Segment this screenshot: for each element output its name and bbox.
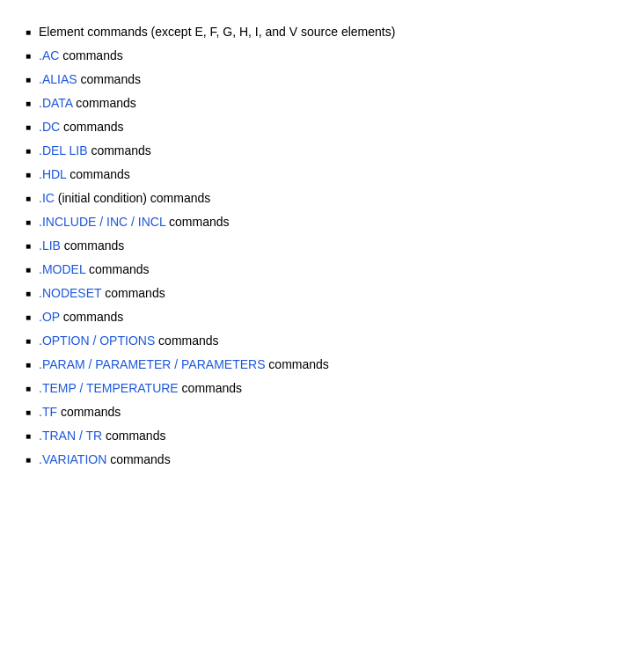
command-suffix: commands xyxy=(77,72,141,86)
bullet-icon: ■ xyxy=(18,332,39,348)
bullet-icon: ■ xyxy=(18,427,39,443)
bullet-icon: ■ xyxy=(18,165,39,181)
command-link[interactable]: .DC xyxy=(39,120,60,134)
bullet-icon: ■ xyxy=(18,260,39,276)
item-text: .OPTION / OPTIONS commands xyxy=(39,332,626,350)
bullet-icon: ■ xyxy=(18,94,39,110)
bullet-icon: ■ xyxy=(18,142,39,158)
item-text: .AC commands xyxy=(39,47,626,65)
command-suffix: commands xyxy=(88,143,151,158)
bullet-icon: ■ xyxy=(18,284,39,300)
list-item: ■.LIB commands xyxy=(18,237,626,255)
command-suffix: commands xyxy=(179,381,242,395)
bullet-icon: ■ xyxy=(18,213,39,229)
list-item: ■.HDL commands xyxy=(18,165,626,184)
item-text: .ALIAS commands xyxy=(39,70,626,89)
command-link[interactable]: .MODEL xyxy=(39,262,85,276)
command-suffix: commands xyxy=(106,452,170,466)
command-suffix: commands xyxy=(72,96,135,110)
item-text: Element commands (except E, F, G, H, I, … xyxy=(39,23,626,41)
command-link[interactable]: .LIB xyxy=(39,238,61,253)
item-text: .MODEL commands xyxy=(39,260,626,279)
list-item: ■.PARAM / PARAMETER / PARAMETERS command… xyxy=(18,355,626,374)
command-suffix: commands xyxy=(85,262,149,276)
item-text: .VARIATION commands xyxy=(39,451,626,469)
command-link[interactable]: .TRAN / TR xyxy=(39,429,102,443)
command-link[interactable]: .TEMP / TEMPERATURE xyxy=(39,381,179,395)
command-text: Element commands (except E, F, G, H, I, … xyxy=(39,25,395,39)
command-link[interactable]: .PARAM / PARAMETER / PARAMETERS xyxy=(39,357,265,371)
command-suffix: commands xyxy=(66,167,129,181)
command-suffix: commands xyxy=(61,238,124,253)
item-text: .TRAN / TR commands xyxy=(39,427,626,445)
command-suffix: (initial condition) commands xyxy=(55,191,210,205)
command-suffix: commands xyxy=(155,333,218,348)
command-suffix: commands xyxy=(59,48,122,62)
command-suffix: commands xyxy=(60,120,123,134)
list-item: ■.TEMP / TEMPERATURE commands xyxy=(18,379,626,398)
bullet-icon: ■ xyxy=(18,308,39,324)
list-item: ■.OP commands xyxy=(18,308,626,326)
command-suffix: commands xyxy=(60,310,123,324)
list-item: ■.AC commands xyxy=(18,47,626,65)
item-text: .DEL LIB commands xyxy=(39,142,626,160)
item-text: .INCLUDE / INC / INCL commands xyxy=(39,213,626,231)
bullet-icon: ■ xyxy=(18,237,39,253)
list-item: ■.DATA commands xyxy=(18,94,626,113)
main-list: ■Element commands (except E, F, G, H, I,… xyxy=(18,9,626,483)
list-item: ■.IC (initial condition) commands xyxy=(18,189,626,208)
list-item: ■.VARIATION commands xyxy=(18,451,626,469)
bullet-icon: ■ xyxy=(18,403,39,419)
list-item: ■Element commands (except E, F, G, H, I,… xyxy=(18,23,626,41)
list-item: ■.ALIAS commands xyxy=(18,70,626,89)
command-link[interactable]: .OPTION / OPTIONS xyxy=(39,333,155,348)
command-suffix: commands xyxy=(165,215,229,229)
command-link[interactable]: .DEL LIB xyxy=(39,143,88,158)
list-item: ■.OPTION / OPTIONS commands xyxy=(18,332,626,350)
item-text: .LIB commands xyxy=(39,237,626,255)
command-link[interactable]: .AC xyxy=(39,48,59,62)
bullet-icon: ■ xyxy=(18,451,39,466)
command-suffix: commands xyxy=(57,405,121,419)
command-suffix: commands xyxy=(101,286,165,300)
bullet-icon: ■ xyxy=(18,355,39,371)
command-link[interactable]: .INCLUDE / INC / INCL xyxy=(39,215,165,229)
command-link[interactable]: .ALIAS xyxy=(39,72,77,86)
bullet-icon: ■ xyxy=(18,189,39,205)
item-text: .TF commands xyxy=(39,403,626,421)
bullet-icon: ■ xyxy=(18,47,39,62)
item-text: .IC (initial condition) commands xyxy=(39,189,626,208)
bullet-icon: ■ xyxy=(18,118,39,134)
item-text: .DC commands xyxy=(39,118,626,136)
bullet-icon: ■ xyxy=(18,23,39,39)
command-link[interactable]: .NODESET xyxy=(39,286,101,300)
item-text: .DATA commands xyxy=(39,94,626,113)
list-item: ■.DC commands xyxy=(18,118,626,136)
command-link[interactable]: .IC xyxy=(39,191,55,205)
command-link[interactable]: .HDL xyxy=(39,167,66,181)
bullet-icon: ■ xyxy=(18,70,39,86)
list-item: ■.NODESET commands xyxy=(18,284,626,303)
command-link[interactable]: .TF xyxy=(39,405,57,419)
list-item: ■.MODEL commands xyxy=(18,260,626,279)
list-item: ■.TF commands xyxy=(18,403,626,421)
item-text: .OP commands xyxy=(39,308,626,326)
item-text: .TEMP / TEMPERATURE commands xyxy=(39,379,626,398)
list-item: ■.INCLUDE / INC / INCL commands xyxy=(18,213,626,231)
command-link[interactable]: .VARIATION xyxy=(39,452,106,466)
command-link[interactable]: .OP xyxy=(39,310,60,324)
list-item: ■.DEL LIB commands xyxy=(18,142,626,160)
list-item: ■.TRAN / TR commands xyxy=(18,427,626,445)
command-suffix: commands xyxy=(265,357,328,371)
command-link[interactable]: .DATA xyxy=(39,96,72,110)
item-text: .HDL commands xyxy=(39,165,626,184)
command-suffix: commands xyxy=(102,429,165,443)
item-text: .NODESET commands xyxy=(39,284,626,303)
item-text: .PARAM / PARAMETER / PARAMETERS commands xyxy=(39,355,626,374)
bullet-icon: ■ xyxy=(18,379,39,395)
